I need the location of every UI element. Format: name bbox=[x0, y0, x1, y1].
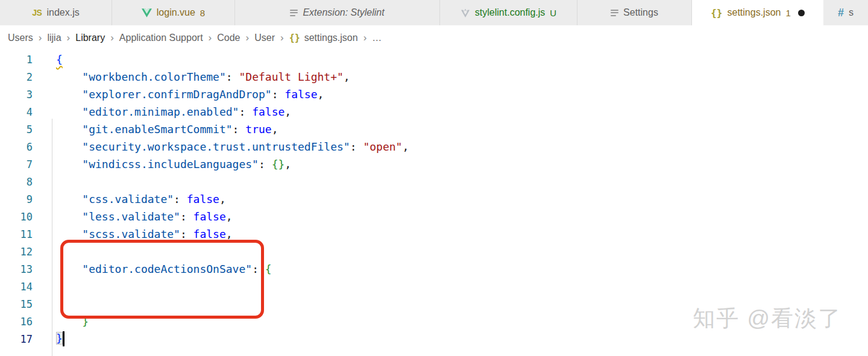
line-number: 17 bbox=[0, 333, 33, 345]
json-braces-icon: {} bbox=[711, 7, 722, 19]
code-text: "git.enableSmartCommit": true, bbox=[33, 123, 278, 136]
tab-bar: JSindex.jslogin.vue8Extension: Stylelint… bbox=[0, 0, 868, 25]
code-text: "css.validate": false, bbox=[33, 193, 226, 205]
list-settings-icon bbox=[611, 10, 618, 16]
tab-login-vue[interactable]: login.vue8 bbox=[112, 0, 235, 25]
js-file-icon: JS bbox=[32, 8, 42, 17]
code-line-8[interactable]: 8 bbox=[0, 173, 868, 190]
breadcrumb-label: Users bbox=[8, 33, 33, 43]
tab-stylelint-config-js[interactable]: stylelint.config.jsU bbox=[440, 0, 577, 25]
code-line-10[interactable]: 10 "less.validate": false, bbox=[0, 208, 868, 225]
breadcrumb-label: settings.json bbox=[304, 33, 358, 43]
line-number: 11 bbox=[0, 228, 33, 240]
line-number: 8 bbox=[0, 176, 33, 188]
tab-problems-badge: 8 bbox=[200, 8, 205, 18]
tab-label: s bbox=[849, 7, 854, 18]
breadcrumb-label: lijia bbox=[47, 33, 61, 43]
breadcrumb-item-user[interactable]: User bbox=[254, 33, 275, 43]
tab-problems-badge: U bbox=[550, 8, 556, 18]
line-number: 12 bbox=[0, 246, 33, 258]
breadcrumb-item-users[interactable]: Users bbox=[8, 33, 33, 43]
unsaved-dot-icon[interactable] bbox=[798, 10, 805, 16]
breadcrumb-item-settings-json[interactable]: {}settings.json bbox=[289, 33, 358, 43]
line-number: 6 bbox=[0, 141, 33, 153]
breadcrumb-separator-icon: › bbox=[209, 32, 212, 44]
list-settings-icon bbox=[290, 10, 298, 16]
breadcrumb-label: User bbox=[254, 33, 275, 43]
tab-label: stylelint.config.js bbox=[475, 7, 546, 18]
tab-s[interactable]: #s bbox=[823, 0, 868, 25]
vscode-window: JSindex.jslogin.vue8Extension: Stylelint… bbox=[0, 0, 868, 356]
breadcrumb-separator-icon: › bbox=[39, 32, 42, 44]
tab-label: Extension: Stylelint bbox=[303, 7, 384, 18]
code-line-3[interactable]: 3 "explorer.confirmDragAndDrop": false, bbox=[0, 86, 868, 103]
code-text: "editor.minimap.enabled": false, bbox=[33, 105, 291, 118]
breadcrumb-label: … bbox=[372, 33, 382, 43]
line-number: 1 bbox=[0, 54, 33, 66]
breadcrumb-item-application-support[interactable]: Application Support bbox=[119, 33, 203, 43]
code-line-5[interactable]: 5 "git.enableSmartCommit": true, bbox=[0, 120, 868, 138]
text-cursor bbox=[63, 331, 64, 346]
code-line-6[interactable]: 6 "security.workspace.trust.untrustedFil… bbox=[0, 138, 868, 155]
tab-extension-stylelint[interactable]: Extension: Stylelint bbox=[235, 0, 440, 25]
line-number: 2 bbox=[0, 71, 33, 83]
tab-index-js[interactable]: JSindex.js bbox=[0, 0, 112, 25]
stylelint-icon bbox=[461, 8, 470, 17]
code-text: "workbench.colorTheme": "Default Light+"… bbox=[33, 70, 350, 83]
code-line-1[interactable]: 1{ bbox=[0, 51, 868, 68]
line-number: 15 bbox=[0, 298, 33, 310]
line-number: 10 bbox=[0, 211, 33, 223]
code-line-7[interactable]: 7 "windicss.includeLanguages": {}, bbox=[0, 155, 868, 173]
code-text: "explorer.confirmDragAndDrop": false, bbox=[33, 88, 324, 101]
red-annotation-box bbox=[60, 240, 264, 319]
breadcrumb-separator-icon: › bbox=[363, 32, 367, 44]
line-number: 7 bbox=[0, 158, 33, 170]
tab-label: index.js bbox=[46, 7, 79, 18]
breadcrumb-separator-icon: › bbox=[67, 32, 71, 44]
code-line-2[interactable]: 2 "workbench.colorTheme": "Default Light… bbox=[0, 68, 868, 86]
code-text: { bbox=[33, 53, 63, 66]
breadcrumb-label: Library bbox=[75, 33, 105, 43]
breadcrumb-label: Code bbox=[217, 33, 240, 43]
line-number: 5 bbox=[0, 123, 33, 136]
tab-label: login.vue bbox=[157, 7, 195, 18]
code-line-4[interactable]: 4 "editor.minimap.enabled": false, bbox=[0, 103, 868, 120]
breadcrumb-separator-icon: › bbox=[246, 32, 250, 44]
breadcrumb-separator-icon: › bbox=[280, 32, 284, 44]
code-text: } bbox=[33, 331, 64, 346]
code-text: "less.validate": false, bbox=[33, 210, 233, 223]
vue-file-icon bbox=[142, 8, 152, 17]
hash-file-icon: # bbox=[838, 7, 844, 19]
code-line-9[interactable]: 9 "css.validate": false, bbox=[0, 190, 868, 208]
code-text: "scss.validate": false, bbox=[33, 228, 233, 240]
tab-label: settings.json bbox=[727, 7, 781, 18]
line-number: 14 bbox=[0, 281, 33, 293]
breadcrumb-item-code[interactable]: Code bbox=[217, 33, 240, 43]
code-text: "security.workspace.trust.untrustedFiles… bbox=[33, 140, 409, 153]
line-number: 13 bbox=[0, 263, 33, 275]
tab-label: Settings bbox=[623, 7, 658, 18]
code-text: "windicss.includeLanguages": {}, bbox=[33, 158, 291, 170]
breadcrumb-label: Application Support bbox=[119, 33, 203, 43]
line-number: 3 bbox=[0, 89, 33, 101]
tab-settings[interactable]: Settings bbox=[577, 0, 692, 25]
breadcrumb-item-lijia[interactable]: lijia bbox=[47, 33, 61, 43]
line-number: 4 bbox=[0, 106, 33, 118]
breadcrumb-separator-icon: › bbox=[110, 32, 114, 44]
json-braces-icon: {} bbox=[289, 33, 300, 43]
breadcrumb: Users›lijia›Library›Application Support›… bbox=[0, 25, 868, 51]
breadcrumb-item-library[interactable]: Library bbox=[75, 33, 105, 43]
watermark: 知乎 @看淡了 bbox=[693, 304, 841, 334]
line-number: 16 bbox=[0, 316, 33, 328]
tab-problems-badge: 1 bbox=[785, 8, 790, 18]
tab-settings-json[interactable]: {}settings.json1 bbox=[692, 0, 823, 25]
breadcrumb-item--[interactable]: … bbox=[372, 33, 382, 43]
line-number: 9 bbox=[0, 193, 33, 205]
